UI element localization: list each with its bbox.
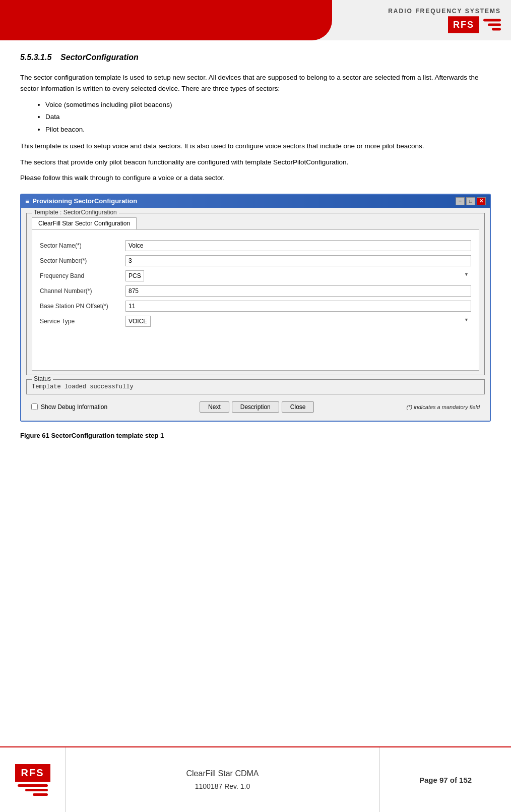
frequency-band-select-wrapper: PCS [125,270,471,281]
status-legend: Status [32,375,53,382]
provisioning-dialog: ≡ Provisioning SectorConfiguration – □ ✕… [20,194,491,422]
paragraph2: This template is used to setup voice and… [20,141,491,152]
footer-logo-area: RFS [0,747,66,812]
tab-bar: ClearFill Star Sector Configuration [32,217,479,229]
wave-3 [492,28,501,31]
minimize-button[interactable]: – [456,197,465,205]
status-text: Template loaded successfully [32,382,479,391]
service-type-label: Service Type [40,318,125,325]
figure-caption: Figure 61 SectorConfiguration template s… [20,432,491,439]
debug-checkbox-group: Show Debug Information [31,403,107,411]
bullet-list: Voice (sometimes including pilot beacons… [45,99,491,136]
wave-2 [488,24,501,26]
frequency-band-select[interactable]: PCS [125,270,144,281]
sector-name-input[interactable] [125,240,471,251]
form-row-sector-number: Sector Number(*) [40,255,471,266]
template-legend: Template : SectorConfiguration [32,209,119,216]
footer-wave-1 [18,784,48,787]
dialog-title-left: ≡ Provisioning SectorConfiguration [25,197,137,205]
service-type-select-wrapper: VOICE [125,316,471,327]
page-footer: RFS ClearFill Star CDMA 1100187 Rev. 1.0… [0,746,511,812]
sector-number-input[interactable] [125,255,471,266]
sector-name-label: Sector Name(*) [40,242,125,249]
list-item: Pilot beacon. [45,124,491,136]
header-red-bg [0,0,332,40]
dialog-buttons: Next Description Close [200,401,314,413]
pn-offset-label: Base Station PN Offset(*) [40,303,125,310]
footer-wave-3 [33,793,48,796]
rfs-logo-block: RFS [448,17,501,33]
footer-rfs-box: RFS [15,764,50,782]
footer-product-name: ClearFill Star CDMA [186,769,259,778]
dialog-title-text: Provisioning SectorConfiguration [32,197,137,205]
frequency-band-label: Frequency Band [40,272,125,279]
template-group-box: Template : SectorConfiguration ClearFill… [26,213,485,375]
maximize-button[interactable]: □ [466,197,475,205]
footer-revision: 1100187 Rev. 1.0 [195,782,250,790]
form-row-pn-offset: Base Station PN Offset(*) [40,301,471,312]
sector-number-label: Sector Number(*) [40,257,125,264]
page-header: RADIO FREQUENCY SYSTEMS RFS [0,0,511,40]
rfs-waves [483,19,501,31]
footer-waves [18,784,48,796]
mandatory-note: (*) indicates a mandatory field [406,404,480,410]
next-button[interactable]: Next [200,401,229,413]
form-row-channel-number: Channel Number(*) [40,285,471,297]
paragraph4: Please follow this walk through to confi… [20,172,491,184]
footer-page-number: Page 97 of 152 [380,747,511,812]
form-row-sector-name: Sector Name(*) [40,240,471,251]
channel-number-input[interactable] [125,285,471,297]
form-area: Sector Name(*) Sector Number(*) Frequenc… [32,229,479,371]
wave-1 [483,19,501,22]
company-name: RADIO FREQUENCY SYSTEMS [388,8,501,15]
close-window-button[interactable]: ✕ [477,197,486,205]
dialog-icon: ≡ [25,197,29,205]
footer-rfs-logo: RFS [15,764,50,796]
header-logo: RADIO FREQUENCY SYSTEMS RFS [388,8,501,33]
footer-wave-2 [25,789,48,791]
window-controls: – □ ✕ [456,197,486,205]
paragraph3: The sectors that provide only pilot beac… [20,157,491,168]
show-debug-checkbox[interactable] [31,403,38,410]
rfs-logo-box: RFS [448,17,479,33]
main-content: 5.5.3.1.5 SectorConfiguration The sector… [0,40,511,462]
footer-center: ClearFill Star CDMA 1100187 Rev. 1.0 [66,747,380,812]
close-button[interactable]: Close [282,401,314,413]
tab-sector-config[interactable]: ClearFill Star Sector Configuration [32,217,137,229]
form-row-service-type: Service Type VOICE [40,316,471,327]
dialog-body: Template : SectorConfiguration ClearFill… [21,208,490,421]
dialog-titlebar: ≡ Provisioning SectorConfiguration – □ ✕ [21,195,490,208]
paragraph1: The sector configuration template is use… [20,72,491,94]
status-group-box: Status Template loaded successfully [26,379,485,394]
show-debug-label: Show Debug Information [41,403,107,411]
description-button[interactable]: Description [232,401,279,413]
list-item: Data [45,111,491,123]
form-row-frequency-band: Frequency Band PCS [40,270,471,281]
section-title: 5.5.3.1.5 SectorConfiguration [20,53,491,62]
dialog-bottom-bar: Show Debug Information Next Description … [26,398,485,416]
service-type-select[interactable]: VOICE [125,316,151,327]
list-item: Voice (sometimes including pilot beacons… [45,99,491,111]
channel-number-label: Channel Number(*) [40,287,125,295]
pn-offset-input[interactable] [125,301,471,312]
